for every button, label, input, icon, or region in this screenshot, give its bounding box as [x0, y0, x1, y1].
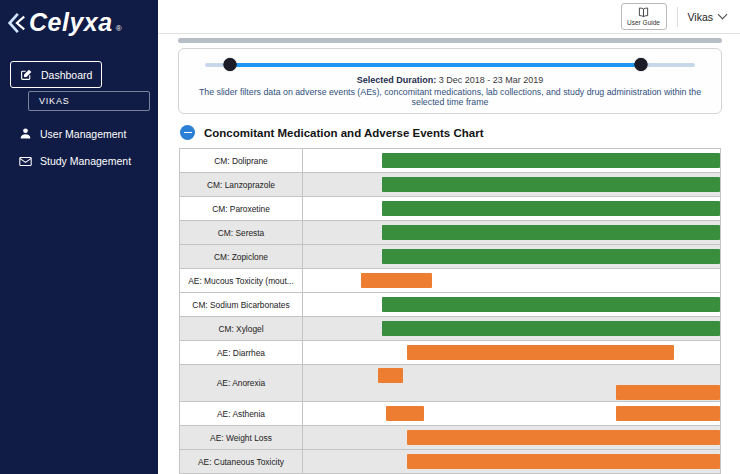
- chart-row-label: AE: Weight Loss: [179, 426, 303, 449]
- chart-row: AE: Diarrhea: [179, 341, 721, 365]
- ae-bar[interactable]: [407, 430, 720, 445]
- ae-bar[interactable]: [616, 385, 720, 400]
- chart-row: CM: Zopiclone: [179, 245, 721, 269]
- cm-bar[interactable]: [382, 321, 720, 336]
- sidebar: Celyxa ® Dashboard VIKAS: [0, 0, 158, 474]
- logo-chevrons-icon: [6, 10, 26, 36]
- chart-row-label: CM: Sodium Bicarbonates: [179, 293, 303, 316]
- chart-row: AE: Mucous Toxicity (mout...: [179, 269, 721, 293]
- ae-bar[interactable]: [378, 368, 403, 383]
- chart-row-label: CM: Seresta: [179, 221, 303, 244]
- chart-row: CM: Doliprane: [179, 149, 721, 173]
- sidebar-item-vikas[interactable]: VIKAS: [28, 91, 150, 111]
- cm-bar[interactable]: [382, 177, 720, 192]
- app-root: Celyxa ® Dashboard VIKAS: [0, 0, 740, 474]
- chart-row: CM: Sodium Bicarbonates: [179, 293, 721, 317]
- cm-bar[interactable]: [382, 249, 720, 264]
- chart-row-track: [303, 450, 721, 473]
- chart-section-header: Concomitant Medication and Adverse Event…: [180, 125, 720, 140]
- chart-row-track: [303, 402, 721, 425]
- collapse-minus-icon[interactable]: [180, 125, 195, 140]
- cm-bar[interactable]: [382, 201, 720, 216]
- chart-row: AE: Anorexia: [179, 365, 721, 402]
- slider-range[interactable]: [230, 63, 642, 67]
- horizontal-scrollbar[interactable]: [178, 38, 722, 43]
- ae-bar[interactable]: [407, 345, 674, 360]
- chart-row-track: [303, 317, 721, 340]
- book-icon: [638, 7, 649, 18]
- sidebar-nav: Dashboard VIKAS User Management: [0, 61, 158, 173]
- user-guide-label: User Guide: [627, 19, 660, 26]
- chart-row-track: [303, 341, 721, 364]
- cm-bar[interactable]: [382, 225, 720, 240]
- chart-row-label: AE: Anorexia: [179, 365, 303, 401]
- selected-duration: Selected Duration: 3 Dec 2018 - 23 Mar 2…: [197, 75, 703, 85]
- ae-bar[interactable]: [361, 273, 432, 288]
- slider-description: The slider filters data on adverse event…: [197, 87, 703, 107]
- chart-row: CM: Seresta: [179, 221, 721, 245]
- logo-text: Celyxa: [29, 8, 113, 37]
- chart-row: CM: Paroxetine: [179, 197, 721, 221]
- chart-row-track: [303, 149, 721, 172]
- chart-row-label: CM: Lanzoprazole: [179, 173, 303, 196]
- chevron-down-icon: [718, 10, 728, 20]
- envelope-icon: [19, 156, 32, 167]
- sidebar-item-dashboard[interactable]: Dashboard: [10, 61, 102, 88]
- chart-row-track: [303, 245, 721, 268]
- chart-row-label: CM: Zopiclone: [179, 245, 303, 268]
- header-divider: [677, 7, 678, 27]
- ae-bar[interactable]: [386, 406, 424, 421]
- main-area: User Guide Vikas Selected Duration:: [158, 0, 740, 474]
- chart-row-label: CM: Xylogel: [179, 317, 303, 340]
- duration-range-slider[interactable]: [205, 57, 695, 72]
- top-bar: User Guide Vikas: [158, 0, 740, 34]
- slider-handle-right[interactable]: [635, 58, 648, 71]
- chart-row: CM: Lanzoprazole: [179, 173, 721, 197]
- sidebar-subitem-label: VIKAS: [39, 96, 70, 106]
- chart-row: AE: Weight Loss: [179, 426, 721, 450]
- chart-row-track: [303, 365, 721, 401]
- chart-title: Concomitant Medication and Adverse Event…: [204, 127, 483, 139]
- user-guide-button[interactable]: User Guide: [621, 3, 667, 30]
- chart-row-label: AE: Diarrhea: [179, 341, 303, 364]
- ae-bar[interactable]: [407, 454, 720, 469]
- ae-bar[interactable]: [616, 406, 720, 421]
- slider-handle-left[interactable]: [223, 58, 236, 71]
- cm-bar[interactable]: [382, 297, 720, 312]
- selected-duration-label: Selected Duration:: [357, 75, 437, 85]
- logo-registered-mark: ®: [116, 24, 122, 33]
- chart-row-track: [303, 426, 721, 449]
- user-name: Vikas: [688, 11, 714, 23]
- dashboard-content: Selected Duration: 3 Dec 2018 - 23 Mar 2…: [158, 34, 740, 474]
- sidebar-item-label: User Management: [40, 128, 126, 140]
- chart-row-track: [303, 293, 721, 316]
- chart-row: CM: Xylogel: [179, 317, 721, 341]
- chart-row: AE: Cutaneous Toxicity: [179, 450, 721, 474]
- cm-bar[interactable]: [382, 153, 720, 168]
- chart-row-label: CM: Paroxetine: [179, 197, 303, 220]
- chart-row-label: AE: Asthenia: [179, 402, 303, 425]
- gantt-chart: CM: DolipraneCM: LanzoprazoleCM: Paroxet…: [179, 148, 721, 474]
- duration-filter-panel: Selected Duration: 3 Dec 2018 - 23 Mar 2…: [178, 48, 722, 114]
- chart-row-label: CM: Doliprane: [179, 149, 303, 172]
- chart-row-track: [303, 197, 721, 220]
- chart-row-track: [303, 269, 721, 292]
- chart-row-track: [303, 221, 721, 244]
- logo[interactable]: Celyxa ®: [0, 0, 158, 47]
- pencil-square-icon: [20, 68, 33, 81]
- chart-row-track: [303, 173, 721, 196]
- chart-row: AE: Asthenia: [179, 402, 721, 426]
- sidebar-item-label: Study Management: [40, 155, 131, 167]
- sidebar-item-user-management[interactable]: User Management: [10, 121, 148, 146]
- chart-row-label: AE: Cutaneous Toxicity: [179, 450, 303, 473]
- chart-row-label: AE: Mucous Toxicity (mout...: [179, 269, 303, 292]
- user-menu[interactable]: Vikas: [688, 11, 731, 23]
- selected-duration-value: 3 Dec 2018 - 23 Mar 2019: [439, 75, 544, 85]
- sidebar-item-study-management[interactable]: Study Management: [10, 149, 148, 173]
- user-icon: [19, 127, 32, 140]
- sidebar-item-label: Dashboard: [41, 69, 92, 81]
